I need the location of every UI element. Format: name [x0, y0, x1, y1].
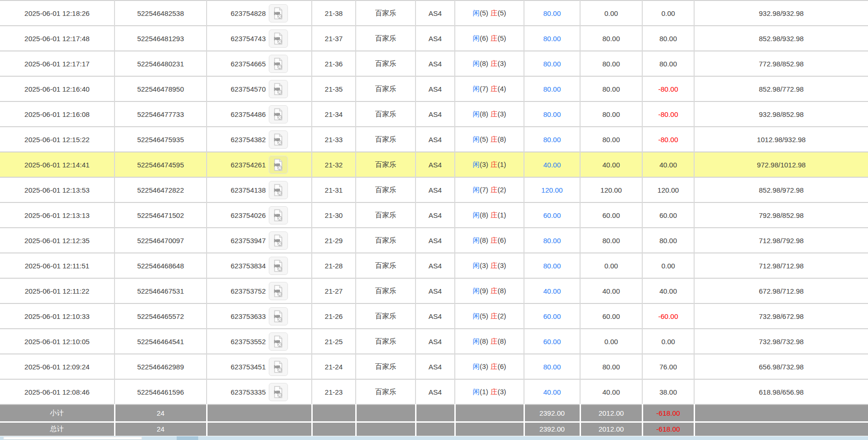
game-no: 623753633 — [230, 312, 265, 320]
round-no: 21-31 — [325, 186, 343, 194]
bet-time-cell: 2025-06-01 12:13:53 — [0, 177, 115, 202]
table-name-cell: AS4 — [416, 76, 455, 101]
balance-cell: 932.98/932.98 — [694, 0, 868, 26]
bet-amount-link[interactable]: 60.00 — [543, 338, 561, 346]
table-body: 2025-06-01 12:18:26 522546482538 6237548… — [0, 0, 868, 404]
banker-score: (5) — [498, 9, 506, 17]
bet-time: 2025-06-01 12:18:26 — [24, 9, 89, 17]
valid-bet-cell: 80.00 — [580, 51, 642, 76]
winloss-value: 0.00 — [661, 9, 675, 17]
round-no: 21-32 — [325, 161, 343, 169]
video-replay-button[interactable] — [269, 383, 288, 401]
table-name-cell: AS4 — [416, 101, 455, 127]
game-no-cell: 623754138 — [207, 177, 312, 202]
order-no: 522546474595 — [137, 161, 184, 169]
subtotal-empty-cell — [312, 404, 356, 422]
bet-time-cell: 2025-06-01 12:11:51 — [0, 253, 115, 278]
video-replay-button[interactable] — [269, 105, 288, 123]
video-replay-button[interactable] — [269, 80, 288, 98]
result-cell: 闲(5)庄(2) — [455, 303, 524, 329]
round-no: 21-29 — [325, 237, 343, 245]
game-no: 623754743 — [230, 35, 265, 43]
subtotal-empty-cell — [694, 404, 868, 422]
player-score: (8) — [480, 110, 488, 118]
bet-amount-link[interactable]: 40.00 — [543, 161, 561, 169]
round-cell: 21-30 — [312, 202, 356, 228]
balance-value: 932.98/852.98 — [759, 110, 804, 118]
game-type: 百家乐 — [375, 135, 396, 143]
balance-value: 732.98/672.98 — [759, 312, 804, 320]
video-replay-button[interactable] — [269, 307, 288, 325]
banker-score: (2) — [498, 312, 506, 320]
winloss-value: 0.00 — [661, 338, 675, 346]
balance-cell: 852.98/772.98 — [694, 76, 868, 101]
order-no-cell: 522546480231 — [115, 51, 207, 76]
game-no-group: 623754570 — [207, 80, 311, 98]
valid-bet-cell: 80.00 — [580, 26, 642, 51]
bet-amount-link[interactable]: 120.00 — [541, 186, 563, 194]
bet-amount-link[interactable]: 80.00 — [543, 363, 561, 371]
winloss-cell: -80.00 — [642, 127, 694, 152]
video-replay-button[interactable] — [269, 282, 288, 300]
bet-amount-link[interactable]: 60.00 — [543, 312, 561, 320]
video-replay-button[interactable] — [269, 4, 288, 22]
game-type-cell: 百家乐 — [356, 127, 416, 152]
table-name: AS4 — [429, 363, 442, 371]
order-no-cell: 522546475935 — [115, 127, 207, 152]
table-row: 2025-06-01 12:16:08 522546477733 6237544… — [0, 101, 868, 127]
bet-amount-link[interactable]: 80.00 — [543, 60, 561, 68]
bet-amount-link[interactable]: 40.00 — [543, 388, 561, 396]
video-replay-button[interactable] — [269, 206, 288, 224]
game-no-group: 623754828 — [207, 4, 311, 22]
banker-label: 庄 — [491, 287, 498, 295]
winloss-cell: 0.00 — [642, 0, 694, 26]
game-no: 623753552 — [230, 338, 265, 346]
video-replay-button[interactable] — [269, 358, 288, 376]
table-name-cell: AS4 — [416, 202, 455, 228]
bet-amount-link[interactable]: 80.00 — [543, 136, 561, 144]
bet-amount-cell: 60.00 — [524, 303, 580, 329]
table-name-cell: AS4 — [416, 228, 455, 253]
bet-time: 2025-06-01 12:10:05 — [24, 338, 89, 346]
valid-bet: 60.00 — [603, 312, 620, 320]
scrollbar-thumb[interactable] — [3, 437, 142, 440]
video-replay-button[interactable] — [269, 181, 288, 199]
game-no-group: 623754486 — [207, 105, 311, 123]
video-replay-button[interactable] — [269, 257, 288, 275]
balance-cell: 972.98/1012.98 — [694, 152, 868, 177]
valid-bet: 60.00 — [603, 211, 620, 219]
bet-amount-link[interactable]: 80.00 — [543, 262, 561, 270]
bet-amount-link[interactable]: 80.00 — [543, 85, 561, 93]
horizontal-scrollbar[interactable] — [0, 436, 868, 440]
video-replay-button[interactable] — [269, 29, 288, 48]
video-replay-button[interactable] — [269, 55, 288, 73]
balance-value: 1012.98/932.98 — [757, 136, 805, 144]
valid-bet-cell: 80.00 — [580, 228, 642, 253]
bet-amount-link[interactable]: 60.00 — [543, 211, 561, 219]
subtotal-count: 24 — [115, 404, 207, 422]
table-row: 2025-06-01 12:12:35 522546470097 6237539… — [0, 228, 868, 253]
video-replay-button[interactable] — [269, 156, 288, 174]
video-replay-button[interactable] — [269, 130, 288, 149]
valid-bet: 40.00 — [603, 287, 620, 295]
table-name: AS4 — [429, 161, 442, 169]
round-cell: 21-29 — [312, 228, 356, 253]
video-replay-button[interactable] — [269, 332, 288, 351]
bet-amount-link[interactable]: 80.00 — [543, 35, 561, 43]
result-cell: 闲(8)庄(8) — [455, 329, 524, 354]
bet-amount-link[interactable]: 80.00 — [543, 237, 561, 245]
video-file-icon — [273, 83, 284, 95]
banker-label: 庄 — [491, 110, 498, 118]
valid-bet-cell: 0.00 — [580, 329, 642, 354]
video-replay-button[interactable] — [269, 231, 288, 250]
valid-bet: 80.00 — [603, 136, 620, 144]
balance-cell: 792.98/852.98 — [694, 202, 868, 228]
game-no-group: 623753752 — [207, 282, 311, 300]
bet-amount-link[interactable]: 80.00 — [543, 9, 561, 17]
winloss-cell: 80.00 — [642, 51, 694, 76]
result-cell: 闲(9)庄(8) — [455, 278, 524, 303]
bet-amount-link[interactable]: 40.00 — [543, 287, 561, 295]
game-no-group: 623753947 — [207, 231, 311, 250]
order-no: 522546475935 — [137, 136, 184, 144]
bet-amount-link[interactable]: 80.00 — [543, 110, 561, 118]
